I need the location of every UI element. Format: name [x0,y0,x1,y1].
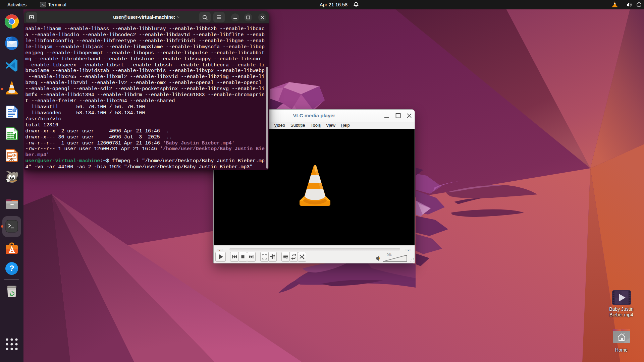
svg-text:?: ? [9,264,14,273]
